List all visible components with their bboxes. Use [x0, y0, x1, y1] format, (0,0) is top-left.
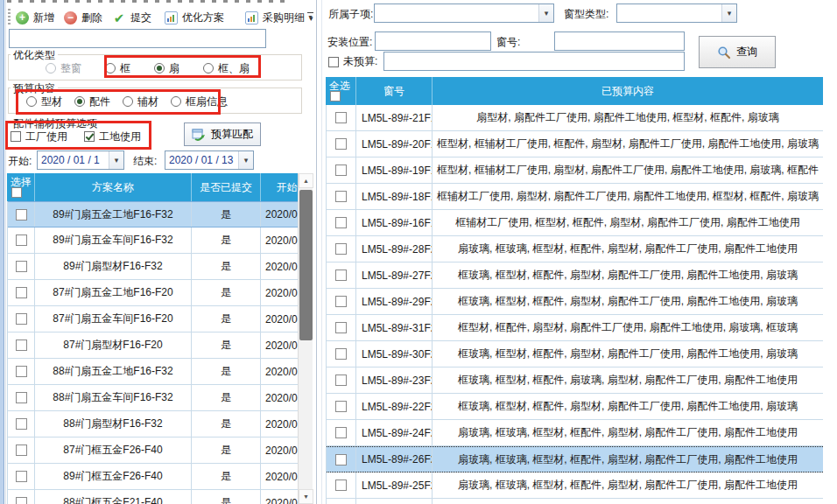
row-select-cell[interactable] — [327, 289, 356, 314]
checkbox-option[interactable]: 工厂使用 — [11, 130, 67, 144]
row-select-cell[interactable] — [8, 280, 35, 305]
row-checkbox[interactable] — [16, 261, 27, 272]
radio-option[interactable]: 型材 — [26, 94, 62, 109]
row-select-cell[interactable] — [8, 254, 35, 279]
row-select-cell[interactable] — [327, 236, 356, 262]
row-checkbox[interactable] — [16, 313, 27, 325]
row-checkbox[interactable] — [16, 471, 27, 482]
chevron-down-icon[interactable] — [538, 4, 553, 22]
budget-table-row[interactable]: LM5L-89#-18F16 框辅材工厂使用, 扇型材, 扇配件工厂使用, 扇配… — [327, 184, 823, 210]
plan-table-row[interactable]: 88#门扇五金工地F16-F32 是 2020/0 — [8, 359, 313, 385]
row-select-cell[interactable] — [8, 385, 35, 410]
radio-option[interactable]: 扇 — [154, 61, 179, 76]
install-pos-input[interactable] — [375, 32, 491, 51]
row-checkbox[interactable] — [16, 234, 27, 246]
toolbar-overflow-button[interactable] — [305, 9, 316, 27]
row-checkbox[interactable] — [16, 209, 27, 220]
row-checkbox[interactable] — [16, 392, 27, 403]
start-date-picker[interactable]: 2020 / 01 / 1 — [37, 150, 124, 170]
scrollbar-thumb[interactable] — [299, 190, 313, 340]
budget-table-row[interactable]: LM5L-89#-21F19 扇型材, 扇配件工厂使用, 扇配件工地使用, 框型… — [327, 105, 823, 131]
row-select-cell[interactable] — [327, 420, 356, 445]
no-budget-input[interactable] — [383, 52, 685, 71]
scroll-down-button[interactable] — [299, 489, 313, 504]
radio-option[interactable]: 辅材 — [123, 94, 158, 109]
row-checkbox[interactable] — [16, 340, 27, 351]
budget-match-button[interactable]: 预算匹配 — [184, 122, 261, 146]
plan-table-row[interactable]: 89#门扇五金工地F16-F32 是 2020/0 — [8, 201, 313, 228]
optimize-plan-button[interactable]: 优化方案 — [161, 7, 228, 28]
row-select-cell[interactable] — [327, 472, 356, 498]
row-checkbox[interactable] — [335, 454, 347, 466]
budget-table-row[interactable]: LM5L-89#-20F18 框型材, 框辅材工厂使用, 框配件, 扇型材, 扇… — [327, 131, 823, 158]
row-checkbox[interactable] — [335, 322, 347, 333]
row-checkbox[interactable] — [16, 497, 27, 504]
budget-content-header[interactable]: 已预算内容 — [433, 77, 824, 105]
row-select-cell[interactable] — [8, 438, 35, 463]
chevron-down-icon[interactable] — [109, 151, 123, 169]
budget-table-row[interactable]: LM5L-89#-30F28 框玻璃, 框型材, 框配件, 扇型材, 扇配件工厂… — [327, 341, 823, 368]
row-checkbox[interactable] — [335, 112, 347, 123]
row-checkbox[interactable] — [335, 243, 347, 255]
no-budget-option[interactable]: 未预算: — [328, 54, 377, 69]
select-all-header[interactable]: 全选 — [327, 77, 356, 105]
row-select-cell[interactable] — [8, 306, 35, 332]
window-type-dropdown[interactable] — [616, 4, 737, 23]
row-select-cell[interactable] — [327, 131, 356, 157]
radio-option[interactable]: 配件 — [74, 94, 110, 109]
row-checkbox[interactable] — [335, 348, 347, 360]
select-all-checkbox[interactable] — [11, 187, 22, 198]
left-splitter-bar[interactable] — [0, 0, 4, 504]
row-select-cell[interactable] — [8, 490, 35, 504]
scroll-up-button[interactable] — [299, 173, 313, 188]
budget-table-row[interactable]: LM5L-89#-22F20 框玻璃, 框型材, 框配件, 扇型材, 扇配件工厂… — [327, 394, 823, 420]
select-all-checkbox[interactable] — [330, 91, 341, 102]
no-budget-checkbox[interactable] — [328, 57, 339, 67]
row-select-cell[interactable] — [8, 411, 35, 437]
plan-table-row[interactable]: 89#门框五金F26-F40 是 2020/0 — [8, 464, 313, 490]
plan-table-scrollbar[interactable] — [298, 173, 313, 504]
radio-option[interactable]: 框扇信息 — [171, 94, 228, 109]
radio-option[interactable]: 框 — [105, 61, 130, 76]
budget-table-row[interactable]: LM5L-89#-25F23 扇玻璃, 框玻璃, 框型材, 框配件, 扇型材, … — [327, 472, 823, 499]
row-select-cell[interactable] — [327, 394, 356, 419]
budget-table-row[interactable]: LM5L-89#-23F21 框玻璃, 框型材, 框配件, 扇玻璃, 扇型材, … — [327, 368, 823, 394]
plan-table-row[interactable]: 89#门扇型材F16-F32 是 2020/0 — [8, 254, 313, 280]
plan-table-row[interactable]: 87#门扇型材F16-F20 是 2020/0 — [8, 332, 313, 359]
row-select-cell[interactable] — [8, 359, 35, 384]
row-checkbox[interactable] — [16, 287, 27, 298]
budget-table-row[interactable]: LM5L-89#-16F15 框辅材工厂使用, 框型材, 框配件, 扇型材, 扇… — [327, 210, 823, 236]
submitted-header[interactable]: 是否已提交 — [192, 173, 261, 201]
row-select-cell[interactable] — [327, 105, 356, 130]
plan-table-row[interactable]: 88#门扇型材F16-F32 是 2020/0 — [8, 411, 313, 438]
row-select-cell[interactable] — [327, 210, 356, 235]
row-select-cell[interactable] — [8, 202, 35, 227]
budget-table-row[interactable]: LM5L-89#-31F29 框型材, 框配件, 扇型材, 扇配件工厂使用, 扇… — [327, 315, 823, 341]
row-checkbox[interactable] — [335, 191, 347, 202]
row-select-cell[interactable] — [8, 228, 35, 253]
plan-table-row[interactable]: 88#门框五金F21-F40 是 2020/0 — [8, 490, 313, 504]
plan-table-row[interactable]: 88#门扇五金车间F16-F32 是 2020/0 — [8, 385, 313, 411]
plan-filter-input[interactable] — [9, 29, 266, 48]
chevron-down-icon[interactable] — [238, 151, 253, 169]
row-checkbox[interactable] — [335, 480, 347, 491]
budget-table-row[interactable]: LM5L-89#-29F27 框玻璃, 框型材, 框配件, 扇型材, 扇配件工厂… — [327, 289, 823, 315]
query-button[interactable]: 查询 — [699, 36, 776, 68]
plan-table-row[interactable]: 87#门扇五金车间F16-F20 是 2020/0 — [8, 306, 313, 332]
row-checkbox[interactable] — [335, 270, 347, 281]
budget-table-row[interactable]: LM5L-89#-26F24 扇玻璃, 框玻璃, 框型材, 框配件, 扇型材, … — [327, 446, 823, 472]
submit-button[interactable]: 提交 — [109, 7, 155, 28]
add-button[interactable]: 新增 — [12, 7, 58, 28]
budget-table-row[interactable]: LM5L-89#-24F22 扇玻璃, 框玻璃, 框型材, 框配件, 扇型材, … — [327, 420, 823, 446]
radio-option[interactable]: 框、扇 — [203, 61, 250, 76]
row-select-cell[interactable] — [8, 464, 35, 489]
row-select-cell[interactable] — [327, 368, 356, 393]
row-select-cell[interactable] — [327, 447, 356, 472]
budget-table-row[interactable]: LM5L-89#-28F26 扇玻璃, 框玻璃, 框型材, 框配件, 扇型材, … — [327, 236, 823, 262]
row-checkbox[interactable] — [335, 138, 347, 150]
budget-table-row[interactable]: LM5L-89#-19F17 框型材, 框辅材工厂使用, 扇型材, 扇配件工厂使… — [327, 158, 823, 184]
plan-name-header[interactable]: 方案名称 — [35, 173, 192, 201]
row-checkbox[interactable] — [335, 427, 347, 438]
row-checkbox[interactable] — [335, 374, 347, 386]
checkbox-option[interactable]: 工地使用 — [84, 130, 141, 144]
